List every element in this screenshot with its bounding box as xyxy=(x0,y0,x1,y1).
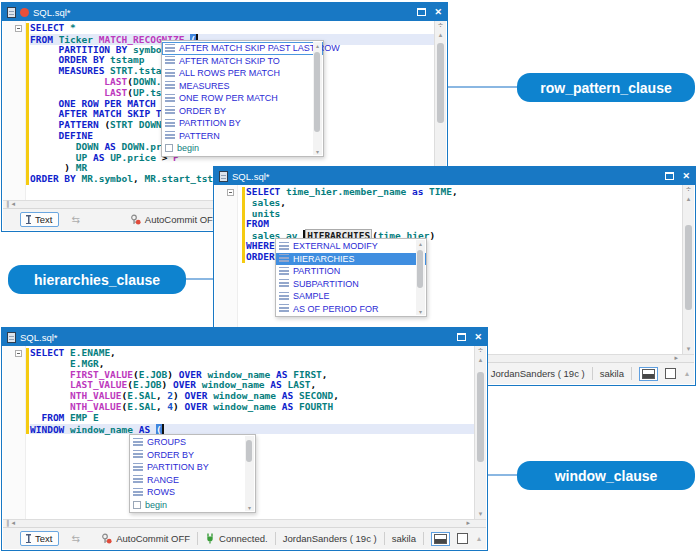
scroll-up-icon[interactable] xyxy=(475,356,486,363)
completion-item[interactable]: EXTERNAL MODIFY xyxy=(276,240,426,253)
completion-scrollbar[interactable] xyxy=(313,42,322,155)
window-titlebar[interactable]: SQL.sql* xyxy=(214,167,695,185)
window-title: SQL.sql* xyxy=(20,332,58,343)
grid-view-toggle[interactable] xyxy=(665,368,676,379)
scroll-right-icon[interactable] xyxy=(466,519,470,527)
completion-scrollbar[interactable] xyxy=(416,240,425,315)
completion-item[interactable]: ONE ROW PER MATCH xyxy=(162,92,323,105)
scroll-down-icon[interactable] xyxy=(313,148,322,155)
transpose-icon[interactable] xyxy=(71,533,79,544)
scroll-down-icon[interactable] xyxy=(475,510,486,517)
editor-split-handle-icon[interactable] xyxy=(475,346,486,355)
completion-item[interactable]: RANGE xyxy=(130,474,255,487)
grid-view-toggle[interactable] xyxy=(457,533,468,544)
close-button[interactable] xyxy=(682,172,690,181)
template-list-icon xyxy=(165,56,175,65)
template-list-icon xyxy=(279,279,289,288)
completion-item[interactable]: ROWS xyxy=(130,486,255,499)
modified-indicator-icon xyxy=(20,8,29,17)
completion-item[interactable]: SUBPARTITION xyxy=(276,278,426,291)
completion-item[interactable]: AFTER MATCH SKIP PAST LAST ROW xyxy=(162,42,323,55)
completion-item[interactable]: PATTERN xyxy=(162,130,323,143)
scroll-up-icon[interactable] xyxy=(435,31,446,38)
scroll-left-icon[interactable] xyxy=(6,519,17,527)
scroll-right-icon[interactable] xyxy=(674,354,678,362)
vertical-scrollbar[interactable] xyxy=(682,185,694,354)
database-selector[interactable]: sakila xyxy=(392,533,416,544)
connection-user-selector[interactable]: JordanSanders ( 19c ) xyxy=(491,368,585,379)
completion-item[interactable]: GROUPS xyxy=(130,436,255,449)
scroll-up-icon[interactable] xyxy=(683,195,694,202)
scroll-up-icon[interactable] xyxy=(313,42,322,49)
completion-item-label: AFTER MATCH SKIP TO xyxy=(179,56,280,66)
scroll-left-icon[interactable] xyxy=(6,200,17,208)
autocommit-label: AutoCommit OFF xyxy=(116,533,190,544)
completion-item[interactable]: PARTITION xyxy=(276,265,426,278)
scroll-up-icon[interactable] xyxy=(416,240,425,247)
completion-item[interactable]: ALL ROWS PER MATCH xyxy=(162,67,323,80)
close-button[interactable] xyxy=(434,8,442,17)
fold-toggle-icon[interactable] xyxy=(15,25,22,32)
autocommit-off-icon xyxy=(101,533,112,544)
autocommit-label: AutoCommit OFF xyxy=(145,214,219,225)
scroll-down-icon[interactable] xyxy=(683,345,694,352)
completion-item[interactable]: MEASURES xyxy=(162,80,323,93)
text-view-label: Text xyxy=(35,533,52,544)
completion-item[interactable]: begin xyxy=(162,142,323,155)
completion-item[interactable]: begin xyxy=(130,499,255,512)
vertical-scrollbar[interactable] xyxy=(474,346,486,519)
fold-toggle-icon[interactable] xyxy=(15,350,22,357)
completion-item[interactable]: PARTITION BY xyxy=(130,461,255,474)
autocommit-toggle[interactable]: AutoCommit OFF xyxy=(101,533,190,544)
editor-view-toggle[interactable] xyxy=(639,367,658,381)
scroll-thumb[interactable] xyxy=(477,372,484,462)
callout-connector-line xyxy=(448,86,517,88)
monitor-icon xyxy=(434,534,447,544)
connection-status: Connected. xyxy=(205,533,268,544)
text-view-toggle-button[interactable]: Text xyxy=(20,212,59,227)
completion-item[interactable]: HIERARCHIES xyxy=(276,253,426,266)
scroll-thumb[interactable] xyxy=(314,52,320,132)
completion-item[interactable]: AS OF PERIOD FOR xyxy=(276,303,426,316)
template-list-icon xyxy=(165,106,175,115)
collapse-panel-icon[interactable] xyxy=(477,534,481,543)
scroll-down-icon[interactable] xyxy=(416,308,425,315)
horizontal-scrollbar[interactable] xyxy=(3,519,486,527)
text-view-toggle-button[interactable]: Text xyxy=(20,531,59,546)
close-button[interactable] xyxy=(474,333,482,342)
text-cursor-icon xyxy=(25,534,32,543)
window-titlebar[interactable]: SQL.sql* xyxy=(2,3,447,21)
maximize-button[interactable] xyxy=(417,8,426,16)
scroll-thumb[interactable] xyxy=(246,440,252,462)
code-line: sales, xyxy=(246,198,682,209)
template-list-icon xyxy=(133,463,143,472)
fold-toggle-icon[interactable] xyxy=(227,189,234,196)
completion-item[interactable]: PARTITION BY xyxy=(162,117,323,130)
statusbar-divider xyxy=(631,367,632,380)
completion-item-label: PARTITION BY xyxy=(147,462,209,472)
autocommit-toggle[interactable]: AutoCommit OFF xyxy=(130,214,219,225)
scroll-down-icon[interactable] xyxy=(245,504,254,511)
completion-item[interactable]: ORDER BY xyxy=(130,449,255,462)
editor-split-handle-icon[interactable] xyxy=(435,21,446,30)
completion-item-label: HIERARCHIES xyxy=(293,254,355,264)
completion-item-label: PATTERN xyxy=(179,131,220,141)
maximize-button[interactable] xyxy=(665,172,674,180)
completion-item-label: SAMPLE xyxy=(293,291,330,301)
scroll-thumb[interactable] xyxy=(685,225,692,310)
connection-user-selector[interactable]: JordanSanders ( 19c ) xyxy=(283,533,377,544)
completion-scrollbar[interactable] xyxy=(245,436,254,511)
editor-view-toggle[interactable] xyxy=(431,532,450,546)
scroll-thumb[interactable] xyxy=(437,43,444,123)
text-caret xyxy=(162,424,164,434)
completion-item[interactable]: SAMPLE xyxy=(276,290,426,303)
transpose-icon[interactable] xyxy=(71,214,79,225)
completion-item[interactable]: ORDER BY xyxy=(162,105,323,118)
window-titlebar[interactable]: SQL.sql* xyxy=(2,328,487,346)
editor-split-handle-icon[interactable] xyxy=(683,185,694,194)
database-selector[interactable]: sakila xyxy=(600,368,624,379)
maximize-button[interactable] xyxy=(457,333,466,341)
collapse-panel-icon[interactable] xyxy=(685,369,689,378)
completion-item[interactable]: AFTER MATCH SKIP TO xyxy=(162,55,323,68)
scroll-thumb[interactable] xyxy=(417,250,423,288)
